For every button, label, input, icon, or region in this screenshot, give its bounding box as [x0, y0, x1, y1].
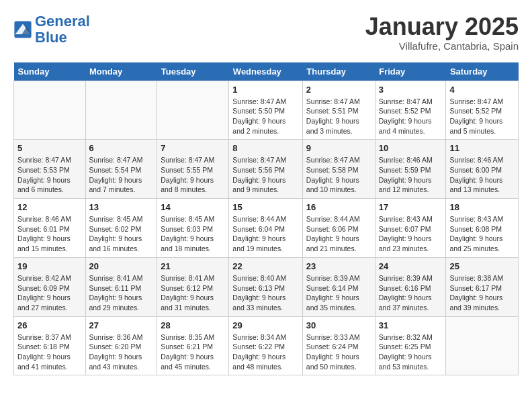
day-cell: 14Sunrise: 8:45 AM Sunset: 6:03 PM Dayli…: [157, 199, 229, 258]
day-info: Sunrise: 8:41 AM Sunset: 6:11 PM Dayligh…: [89, 273, 154, 313]
day-number: 21: [161, 261, 225, 271]
day-number: 16: [306, 202, 371, 212]
day-cell: 29Sunrise: 8:34 AM Sunset: 6:22 PM Dayli…: [229, 316, 303, 375]
logo: General Blue: [13, 13, 90, 46]
logo-icon: [13, 20, 32, 39]
day-number: 15: [232, 202, 299, 212]
day-cell: 15Sunrise: 8:44 AM Sunset: 6:04 PM Dayli…: [229, 199, 303, 258]
day-info: Sunrise: 8:36 AM Sunset: 6:20 PM Dayligh…: [89, 332, 154, 372]
day-cell: 7Sunrise: 8:47 AM Sunset: 5:55 PM Daylig…: [157, 140, 229, 199]
day-info: Sunrise: 8:35 AM Sunset: 6:21 PM Dayligh…: [161, 332, 225, 372]
day-cell: 26Sunrise: 8:37 AM Sunset: 6:18 PM Dayli…: [14, 316, 86, 375]
day-number: 3: [379, 85, 443, 95]
day-number: 19: [17, 261, 82, 271]
day-number: 22: [232, 261, 299, 271]
title-block: January 2025 Villafufre, Cantabria, Spai…: [365, 13, 519, 52]
day-number: 25: [449, 261, 515, 271]
day-number: 26: [17, 320, 82, 330]
day-cell: 27Sunrise: 8:36 AM Sunset: 6:20 PM Dayli…: [85, 316, 157, 375]
week-row-3: 12Sunrise: 8:46 AM Sunset: 6:01 PM Dayli…: [14, 199, 519, 258]
day-cell: 22Sunrise: 8:40 AM Sunset: 6:13 PM Dayli…: [229, 257, 303, 316]
day-number: 29: [232, 320, 299, 330]
day-number: 31: [379, 320, 443, 330]
day-info: Sunrise: 8:34 AM Sunset: 6:22 PM Dayligh…: [232, 332, 299, 372]
header-wednesday: Wednesday: [229, 62, 303, 81]
day-number: 30: [306, 320, 371, 330]
day-number: 9: [306, 143, 371, 153]
day-number: 7: [161, 143, 225, 153]
day-cell: 18Sunrise: 8:43 AM Sunset: 6:08 PM Dayli…: [446, 199, 519, 258]
day-cell: 13Sunrise: 8:45 AM Sunset: 6:02 PM Dayli…: [85, 199, 157, 258]
day-cell: 12Sunrise: 8:46 AM Sunset: 6:01 PM Dayli…: [14, 199, 86, 258]
calendar-header-row: SundayMondayTuesdayWednesdayThursdayFrid…: [14, 62, 519, 81]
day-cell: 16Sunrise: 8:44 AM Sunset: 6:06 PM Dayli…: [302, 199, 375, 258]
day-cell: 17Sunrise: 8:43 AM Sunset: 6:07 PM Dayli…: [375, 199, 446, 258]
day-number: 18: [449, 202, 515, 212]
day-number: 23: [306, 261, 371, 271]
day-info: Sunrise: 8:47 AM Sunset: 5:50 PM Dayligh…: [232, 97, 299, 136]
day-cell: [446, 316, 519, 375]
day-number: 11: [449, 143, 515, 153]
day-info: Sunrise: 8:47 AM Sunset: 5:56 PM Dayligh…: [232, 155, 299, 195]
header-saturday: Saturday: [446, 62, 519, 81]
header-monday: Monday: [85, 62, 157, 81]
day-info: Sunrise: 8:47 AM Sunset: 5:54 PM Dayligh…: [89, 155, 154, 195]
day-cell: 19Sunrise: 8:42 AM Sunset: 6:09 PM Dayli…: [14, 257, 86, 316]
week-row-2: 5Sunrise: 8:47 AM Sunset: 5:53 PM Daylig…: [14, 140, 519, 199]
day-number: 14: [161, 202, 225, 212]
day-cell: 20Sunrise: 8:41 AM Sunset: 6:11 PM Dayli…: [85, 257, 157, 316]
week-row-1: 1Sunrise: 8:47 AM Sunset: 5:50 PM Daylig…: [14, 81, 519, 140]
day-number: 17: [379, 202, 443, 212]
day-number: 27: [89, 320, 154, 330]
day-number: 2: [306, 85, 371, 95]
day-cell: 9Sunrise: 8:47 AM Sunset: 5:58 PM Daylig…: [302, 140, 375, 199]
day-info: Sunrise: 8:38 AM Sunset: 6:17 PM Dayligh…: [449, 273, 515, 313]
header-friday: Friday: [375, 62, 446, 81]
day-number: 4: [449, 85, 515, 95]
day-cell: 1Sunrise: 8:47 AM Sunset: 5:50 PM Daylig…: [229, 81, 303, 140]
day-cell: 10Sunrise: 8:46 AM Sunset: 5:59 PM Dayli…: [375, 140, 446, 199]
day-number: 13: [89, 202, 154, 212]
day-cell: 21Sunrise: 8:41 AM Sunset: 6:12 PM Dayli…: [157, 257, 229, 316]
day-info: Sunrise: 8:37 AM Sunset: 6:18 PM Dayligh…: [17, 332, 82, 372]
day-cell: 4Sunrise: 8:47 AM Sunset: 5:52 PM Daylig…: [446, 81, 519, 140]
day-cell: 23Sunrise: 8:39 AM Sunset: 6:14 PM Dayli…: [302, 257, 375, 316]
day-cell: 2Sunrise: 8:47 AM Sunset: 5:51 PM Daylig…: [302, 81, 375, 140]
day-cell: 6Sunrise: 8:47 AM Sunset: 5:54 PM Daylig…: [85, 140, 157, 199]
day-info: Sunrise: 8:45 AM Sunset: 6:03 PM Dayligh…: [161, 214, 225, 254]
day-info: Sunrise: 8:39 AM Sunset: 6:14 PM Dayligh…: [306, 273, 371, 313]
day-number: 24: [379, 261, 443, 271]
header-tuesday: Tuesday: [157, 62, 229, 81]
day-number: 12: [17, 202, 82, 212]
day-cell: 24Sunrise: 8:39 AM Sunset: 6:16 PM Dayli…: [375, 257, 446, 316]
day-info: Sunrise: 8:44 AM Sunset: 6:04 PM Dayligh…: [232, 214, 299, 254]
day-info: Sunrise: 8:47 AM Sunset: 5:53 PM Dayligh…: [17, 155, 82, 195]
day-cell: 8Sunrise: 8:47 AM Sunset: 5:56 PM Daylig…: [229, 140, 303, 199]
month-title: January 2025: [365, 13, 519, 40]
day-info: Sunrise: 8:32 AM Sunset: 6:25 PM Dayligh…: [379, 332, 443, 372]
day-number: 8: [232, 143, 299, 153]
day-cell: 25Sunrise: 8:38 AM Sunset: 6:17 PM Dayli…: [446, 257, 519, 316]
day-cell: 5Sunrise: 8:47 AM Sunset: 5:53 PM Daylig…: [14, 140, 86, 199]
day-info: Sunrise: 8:42 AM Sunset: 6:09 PM Dayligh…: [17, 273, 82, 313]
day-info: Sunrise: 8:46 AM Sunset: 6:00 PM Dayligh…: [449, 155, 515, 195]
day-info: Sunrise: 8:43 AM Sunset: 6:07 PM Dayligh…: [379, 214, 443, 254]
day-cell: [14, 81, 86, 140]
day-cell: 3Sunrise: 8:47 AM Sunset: 5:52 PM Daylig…: [375, 81, 446, 140]
day-cell: [157, 81, 229, 140]
day-number: 5: [17, 143, 82, 153]
day-cell: [85, 81, 157, 140]
week-row-5: 26Sunrise: 8:37 AM Sunset: 6:18 PM Dayli…: [14, 316, 519, 375]
day-cell: 28Sunrise: 8:35 AM Sunset: 6:21 PM Dayli…: [157, 316, 229, 375]
day-info: Sunrise: 8:39 AM Sunset: 6:16 PM Dayligh…: [379, 273, 443, 313]
day-number: 6: [89, 143, 154, 153]
day-info: Sunrise: 8:47 AM Sunset: 5:58 PM Dayligh…: [306, 155, 371, 195]
day-info: Sunrise: 8:41 AM Sunset: 6:12 PM Dayligh…: [161, 273, 225, 313]
logo-text: General Blue: [35, 13, 90, 46]
logo-line1: General: [35, 13, 90, 30]
day-info: Sunrise: 8:33 AM Sunset: 6:24 PM Dayligh…: [306, 332, 371, 372]
location: Villafufre, Cantabria, Spain: [365, 40, 519, 52]
calendar-table: SundayMondayTuesdayWednesdayThursdayFrid…: [13, 62, 519, 376]
week-row-4: 19Sunrise: 8:42 AM Sunset: 6:09 PM Dayli…: [14, 257, 519, 316]
day-info: Sunrise: 8:44 AM Sunset: 6:06 PM Dayligh…: [306, 214, 371, 254]
